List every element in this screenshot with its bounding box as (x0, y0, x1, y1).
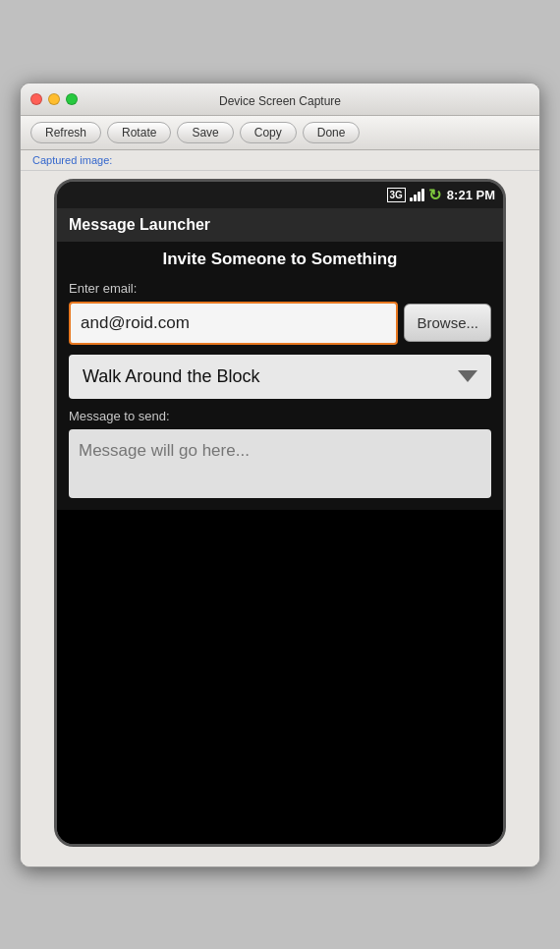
email-input[interactable] (69, 302, 398, 345)
app-content: Message Launcher Invite Someone to Somet… (57, 208, 503, 844)
sync-icon: ↻ (428, 186, 441, 204)
status-time: 8:21 PM (447, 188, 495, 202)
activity-dropdown[interactable]: Walk Around the Block (69, 355, 491, 399)
phone-frame: 3G ↻ 8:21 PM Message Launcher Invite So (54, 179, 506, 847)
email-row: Browse... (69, 302, 491, 345)
signal-bars-icon (410, 188, 424, 201)
form-area: Enter email: Browse... Walk Around the B… (57, 273, 503, 510)
rotate-button[interactable]: Rotate (107, 122, 171, 143)
phone-area: 3G ↻ 8:21 PM Message Launcher Invite So (21, 171, 539, 866)
copy-button[interactable]: Copy (240, 122, 297, 143)
captured-label: Captured image: (21, 150, 539, 171)
maximize-button[interactable] (66, 93, 78, 105)
save-button[interactable]: Save (177, 122, 233, 143)
empty-space (57, 510, 503, 844)
refresh-button[interactable]: Refresh (30, 122, 101, 143)
minimize-button[interactable] (48, 93, 60, 105)
3g-icon: 3G (387, 188, 406, 202)
done-button[interactable]: Done (303, 122, 361, 143)
dropdown-arrow-icon (458, 370, 477, 382)
window-title: Device Screen Capture (219, 94, 341, 108)
email-label: Enter email: (69, 281, 491, 296)
app-title: Message Launcher (69, 216, 210, 233)
browse-button[interactable]: Browse... (404, 304, 491, 342)
app-header: Message Launcher (57, 208, 503, 242)
traffic-lights (30, 93, 78, 105)
dropdown-value: Walk Around the Block (83, 366, 259, 387)
main-window: Device Screen Capture Refresh Rotate Sav… (20, 83, 540, 867)
title-bar: Device Screen Capture (21, 84, 539, 116)
toolbar: Refresh Rotate Save Copy Done (21, 116, 539, 150)
close-button[interactable] (30, 93, 42, 105)
message-textarea[interactable] (69, 429, 491, 498)
status-bar: 3G ↻ 8:21 PM (57, 182, 503, 208)
message-label: Message to send: (69, 409, 491, 423)
status-icons: 3G ↻ (387, 186, 441, 204)
app-subtitle: Invite Someone to Something (57, 242, 503, 273)
